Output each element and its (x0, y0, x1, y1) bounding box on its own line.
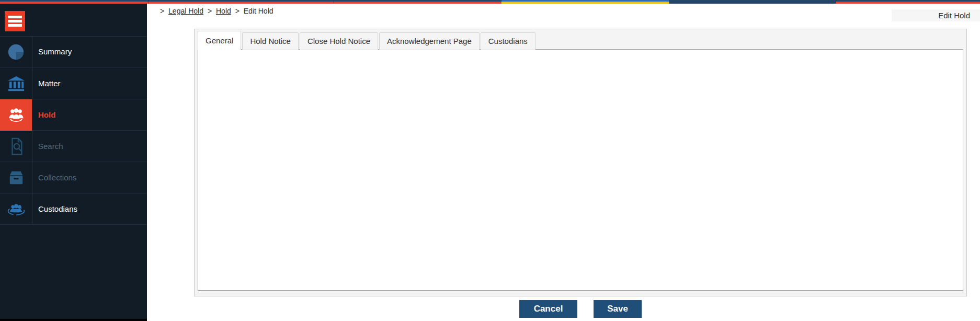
sidebar-item-label: Collections (38, 162, 76, 193)
custodians-group-icon (0, 193, 32, 225)
breadcrumb-separator: > (160, 7, 164, 15)
app-window: Summary Matter (0, 0, 980, 321)
pie-chart-icon (0, 36, 32, 67)
breadcrumb-current: Edit Hold (244, 7, 274, 15)
tab-general[interactable]: General (198, 31, 241, 50)
tab-acknowledgement-page[interactable]: Acknowledgement Page (379, 32, 480, 50)
breadcrumb-separator: > (208, 7, 212, 15)
top-strip-divider (669, 0, 669, 4)
sidebar-item-collections[interactable]: Collections (0, 162, 147, 193)
sidebar-item-search[interactable]: Search (0, 131, 147, 162)
sidebar-item-label: Search (38, 131, 63, 162)
top-strip-divider (148, 0, 149, 4)
sidebar-item-label: Custodians (38, 193, 77, 225)
top-color-strip (0, 0, 980, 4)
page-title: Edit Hold (892, 9, 980, 21)
main-content: > Legal Hold > Hold > Edit Hold Edit Hol… (147, 4, 980, 321)
bank-icon (0, 68, 32, 99)
document-search-icon (0, 131, 32, 162)
tab-close-hold-notice[interactable]: Close Hold Notice (300, 32, 378, 50)
sidebar-bottom-strip (0, 319, 147, 321)
breadcrumb-link-hold[interactable]: Hold (216, 7, 231, 15)
breadcrumb-link-legal-hold[interactable]: Legal Hold (168, 7, 203, 15)
top-strip-divider (334, 0, 334, 4)
sidebar-item-custodians[interactable]: Custodians (0, 193, 147, 225)
sidebar: Summary Matter (0, 4, 147, 321)
top-strip-divider (501, 0, 502, 4)
sidebar-item-label: Hold (38, 99, 55, 131)
tab-strip: General Hold Notice Close Hold Notice Ac… (198, 30, 537, 50)
breadcrumb-separator: > (235, 7, 240, 15)
breadcrumb: > Legal Hold > Hold > Edit Hold (158, 7, 274, 15)
sidebar-item-summary[interactable]: Summary (0, 36, 147, 67)
top-strip-divider (836, 0, 836, 4)
sidebar-item-hold[interactable]: Hold (0, 99, 147, 131)
tab-panel-container: General Hold Notice Close Hold Notice Ac… (194, 29, 967, 296)
cancel-button[interactable]: Cancel (519, 300, 577, 318)
hamburger-menu-button[interactable] (5, 11, 25, 31)
people-group-icon (0, 99, 32, 131)
general-tab-page (198, 49, 963, 291)
sidebar-item-label: Summary (38, 36, 72, 67)
tab-custodians[interactable]: Custodians (481, 32, 535, 50)
tab-hold-notice[interactable]: Hold Notice (242, 32, 299, 50)
archive-box-icon (0, 162, 32, 193)
sidebar-item-label: Matter (38, 68, 61, 99)
save-button[interactable]: Save (594, 300, 642, 318)
sidebar-item-matter[interactable]: Matter (0, 68, 147, 99)
